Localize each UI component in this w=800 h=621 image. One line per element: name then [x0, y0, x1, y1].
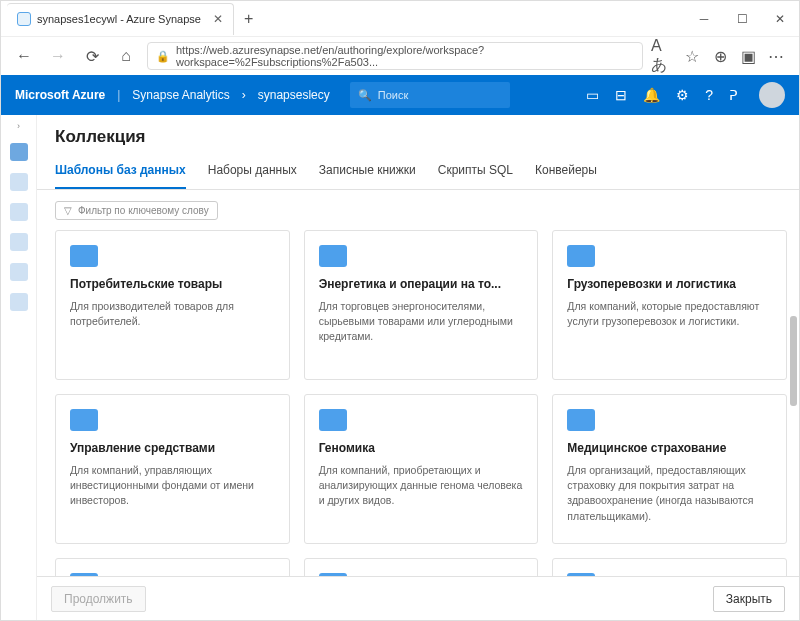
card-title: Геномика: [319, 441, 524, 455]
forward-button[interactable]: →: [45, 43, 71, 69]
workspace-label[interactable]: synapseslecy: [258, 88, 330, 102]
left-nav-rail: ›: [1, 115, 37, 620]
template-card[interactable]: Энергетика и операции на то...Для торгов…: [304, 230, 539, 380]
card-title: Энергетика и операции на то...: [319, 277, 524, 291]
directory-icon[interactable]: ⊟: [615, 87, 627, 103]
template-card[interactable]: Страхование и аннуитетыДля компаний, пре…: [304, 558, 539, 576]
settings-icon[interactable]: ⚙: [676, 87, 689, 103]
search-icon: 🔍: [358, 89, 372, 102]
read-aloud-icon[interactable]: Aあ: [651, 43, 677, 69]
new-tab-button[interactable]: +: [234, 10, 263, 28]
tab-pipelines[interactable]: Конвейеры: [535, 155, 597, 189]
card-icon: [319, 245, 347, 267]
window-minimize-icon[interactable]: ─: [685, 1, 723, 37]
refresh-button[interactable]: ⟳: [79, 43, 105, 69]
template-card[interactable]: ГеномикаДля компаний, приобретающих и ан…: [304, 394, 539, 544]
card-icon: [567, 245, 595, 267]
footer: Продолжить Закрыть: [37, 576, 799, 620]
rail-home-icon[interactable]: [10, 143, 28, 161]
product-label[interactable]: Synapse Analytics: [132, 88, 229, 102]
tab-db-templates[interactable]: Шаблоны баз данных: [55, 155, 186, 189]
template-card[interactable]: Грузоперевозки и логистикаДля компаний, …: [552, 230, 787, 380]
continue-button[interactable]: Продолжить: [51, 586, 146, 612]
filter-icon: ▽: [64, 205, 72, 216]
card-title: Медицинское страхование: [567, 441, 772, 455]
rail-integrate-icon[interactable]: [10, 233, 28, 251]
window-close-icon[interactable]: ✕: [761, 1, 799, 37]
template-card[interactable]: Поставщики медицинских услугДля компаний…: [55, 558, 290, 576]
card-description: Для компаний, которые предоставляют услу…: [567, 299, 772, 329]
search-placeholder: Поиск: [378, 89, 408, 101]
template-card[interactable]: Потребительские товарыДля производителей…: [55, 230, 290, 380]
gallery-tabs: Шаблоны баз данных Наборы данных Записны…: [37, 155, 799, 190]
brand-label: Microsoft Azure: [15, 88, 105, 102]
card-description: Для торговцев энергоносителями, сырьевым…: [319, 299, 524, 345]
scrollbar-track[interactable]: [787, 226, 797, 576]
card-description: Для организаций, предоставляющих страхов…: [567, 463, 772, 524]
lock-icon: 🔒: [156, 50, 170, 63]
keyword-filter-input[interactable]: ▽ Фильтр по ключевому слову: [55, 201, 218, 220]
window-maximize-icon[interactable]: ☐: [723, 1, 761, 37]
feedback-icon[interactable]: ▭: [586, 87, 599, 103]
browser-titlebar: synapses1ecywl - Azure Synapse ✕ + ─ ☐ ✕: [1, 1, 799, 37]
extensions-icon[interactable]: ▣: [735, 43, 761, 69]
card-scroll-area: Потребительские товарыДля производителей…: [37, 226, 799, 576]
rail-chevron-icon[interactable]: ›: [17, 121, 20, 131]
card-icon: [70, 409, 98, 431]
collections-icon[interactable]: ⊕: [707, 43, 733, 69]
card-icon: [567, 573, 595, 576]
filter-placeholder: Фильтр по ключевому слову: [78, 205, 209, 216]
card-description: Для компаний, приобретающих и анализирую…: [319, 463, 524, 509]
menu-icon[interactable]: ⋯: [763, 43, 789, 69]
card-description: Для компаний, управляющих инвестиционным…: [70, 463, 275, 509]
scrollbar-thumb[interactable]: [790, 316, 797, 406]
rail-data-icon[interactable]: [10, 173, 28, 191]
card-icon: [567, 409, 595, 431]
notifications-icon[interactable]: 🔔: [643, 87, 660, 103]
close-button[interactable]: Закрыть: [713, 586, 785, 612]
card-icon: [70, 573, 98, 576]
close-tab-icon[interactable]: ✕: [213, 12, 223, 26]
rail-develop-icon[interactable]: [10, 203, 28, 221]
card-title: Управление средствами: [70, 441, 275, 455]
card-title: Грузоперевозки и логистика: [567, 277, 772, 291]
back-button[interactable]: ←: [11, 43, 37, 69]
card-icon: [70, 245, 98, 267]
tab-sql-scripts[interactable]: Скрипты SQL: [438, 155, 513, 189]
browser-tab[interactable]: synapses1ecywl - Azure Synapse ✕: [7, 3, 234, 35]
card-description: Для производителей товаров для потребите…: [70, 299, 275, 329]
home-button[interactable]: ⌂: [113, 43, 139, 69]
tab-datasets[interactable]: Наборы данных: [208, 155, 297, 189]
rail-monitor-icon[interactable]: [10, 263, 28, 281]
card-icon: [319, 409, 347, 431]
rail-manage-icon[interactable]: [10, 293, 28, 311]
browser-toolbar: ← → ⟳ ⌂ 🔒 https://web.azuresynapse.net/e…: [1, 37, 799, 75]
template-card[interactable]: Управление средствамиДля компаний, управ…: [55, 394, 290, 544]
favorite-icon[interactable]: ☆: [679, 43, 705, 69]
favicon: [17, 12, 31, 26]
template-card[interactable]: ПроизводствоДля компаний, работающих в: [552, 558, 787, 576]
user-avatar[interactable]: [759, 82, 785, 108]
diagnostics-icon[interactable]: ᕈ: [729, 87, 737, 103]
tab-notebooks[interactable]: Записные книжки: [319, 155, 416, 189]
search-input[interactable]: 🔍 Поиск: [350, 82, 510, 108]
azure-header: Microsoft Azure | Synapse Analytics › sy…: [1, 75, 799, 115]
chevron-right-icon: ›: [242, 88, 246, 102]
card-icon: [319, 573, 347, 576]
help-icon[interactable]: ?: [705, 87, 713, 103]
page-title: Коллекция: [37, 115, 799, 155]
tab-title: synapses1ecywl - Azure Synapse: [37, 13, 201, 25]
url-text: https://web.azuresynapse.net/en/authorin…: [176, 44, 634, 68]
card-title: Потребительские товары: [70, 277, 275, 291]
address-bar[interactable]: 🔒 https://web.azuresynapse.net/en/author…: [147, 42, 643, 70]
template-card[interactable]: Медицинское страхованиеДля организаций, …: [552, 394, 787, 544]
